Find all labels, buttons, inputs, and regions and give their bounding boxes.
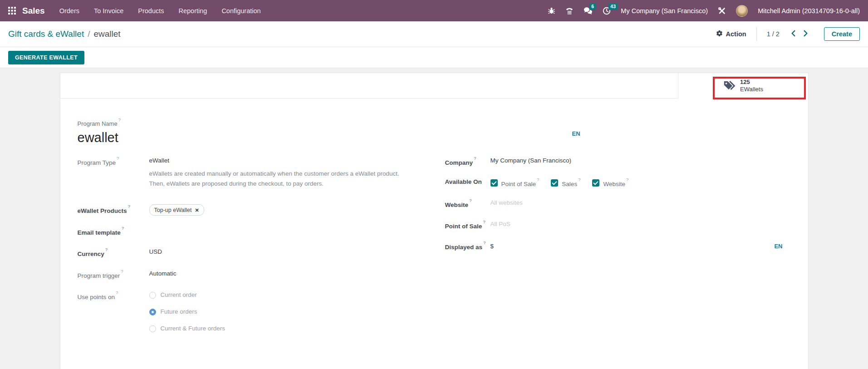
checkbox-checked[interactable] [551,179,558,187]
form-sheet: 125 EWallets Program Name? ewallet EN Pr [60,73,809,369]
product-tag[interactable]: Top-up eWallet ✕ [149,204,204,216]
translate-badge[interactable]: EN [572,130,580,137]
company-value[interactable]: My Company (San Francisco) [490,156,572,167]
email-template-row: Email template? [78,226,445,237]
help-marker[interactable]: ? [469,198,472,203]
breadcrumb-separator: / [88,29,90,39]
chevron-right-icon [803,30,809,39]
program-name-value[interactable]: ewallet [78,130,791,145]
activities-count-badge: 43 [608,3,618,10]
radio-label: Future orders [161,307,197,316]
breadcrumb-current: ewallet [93,29,120,39]
help-marker[interactable]: ? [483,240,486,245]
use-points-label: Use points on [78,294,115,300]
checkbox-label: Sales [562,180,577,187]
action-menu-button[interactable]: Action [716,30,746,38]
help-marker[interactable]: ? [474,156,476,161]
company-switcher[interactable]: My Company (San Francisco) [621,7,708,15]
help-marker[interactable]: ? [118,117,121,122]
menu-to-invoice[interactable]: To Invoice [94,7,123,15]
point-of-sale-label: Point of Sale [445,222,482,229]
help-marker[interactable]: ? [122,226,124,231]
generate-ewallet-button[interactable]: GENERATE EWALLET [8,51,84,64]
apps-grid-icon[interactable] [8,7,16,15]
pager-count: 1 / 2 [767,30,780,38]
available-on-options: Point of Sale? Sales? Website? [490,177,641,189]
form-left-column: Program Type? eWallet eWallets are creat… [78,156,445,351]
program-type-label: Program Type [78,159,116,166]
radio-option-current-future-orders: Current & Future orders [149,324,226,333]
radio-button[interactable] [149,292,156,299]
mobile-keypad-icon[interactable] [565,7,574,15]
create-button[interactable]: Create [824,27,860,41]
help-marker[interactable]: ? [537,177,539,182]
tags-icon [723,79,735,93]
website-row: Website? All websites [445,198,791,210]
user-avatar[interactable] [736,5,748,17]
radio-button[interactable] [149,325,156,332]
program-trigger-value[interactable]: Automatic [149,269,177,280]
available-on-row: Available On Point of Sale? Sales? [445,177,791,189]
program-type-description-2: Then, eWallets are proposed during the c… [149,179,399,189]
top-navbar: Sales Orders To Invoice Products Reporti… [0,0,868,21]
gear-icon [716,30,723,38]
checkbox-label: Website [603,180,625,187]
help-marker[interactable]: ? [116,290,118,295]
program-trigger-row: Program trigger? Automatic [78,269,445,280]
currency-value[interactable]: USD [149,247,162,259]
app-name[interactable]: Sales [22,6,45,16]
currency-label: Currency [78,251,104,257]
breadcrumb: Gift cards & eWallet / ewallet [8,29,121,39]
breadcrumb-parent-link[interactable]: Gift cards & eWallet [8,29,84,39]
main-menu: Orders To Invoice Products Reporting Con… [59,7,261,15]
program-type-value[interactable]: eWallet [149,156,399,165]
activities-clock-icon[interactable]: 43 [603,7,611,15]
help-marker[interactable]: ? [128,204,131,209]
pager-previous-button[interactable] [787,28,799,40]
radio-button-checked[interactable] [149,309,156,315]
help-marker[interactable]: ? [117,156,119,161]
website-label: Website [445,202,469,208]
point-of-sale-value-placeholder[interactable]: All PoS [490,220,510,231]
checkbox-point-of-sale: Point of Sale? [490,177,539,189]
messages-icon[interactable]: 6 [584,7,593,15]
program-type-description-1: eWallets are created manually or automat… [149,169,399,179]
help-marker[interactable]: ? [105,247,108,252]
checkbox-website: Website? [592,177,628,189]
pager-next-button[interactable] [799,28,812,40]
translate-badge[interactable]: EN [774,242,782,251]
checkbox-checked[interactable] [592,179,599,187]
stat-button-bar: 125 EWallets [60,73,808,98]
control-panel: Gift cards & eWallet / ewallet Action 1 … [0,21,868,47]
help-marker[interactable]: ? [626,177,628,182]
website-value-placeholder[interactable]: All websites [490,198,523,210]
company-row: Company? My Company (San Francisco) [445,156,791,167]
program-trigger-label: Program trigger [78,272,120,279]
bug-icon[interactable] [548,7,555,15]
menu-orders[interactable]: Orders [59,7,79,15]
help-marker[interactable]: ? [578,177,580,182]
help-marker[interactable]: ? [121,269,123,274]
program-name-block: Program Name? ewallet EN [78,119,791,145]
stat-value: 125 [740,79,763,86]
messages-count-badge: 6 [589,3,596,10]
ewallets-stat-button[interactable]: 125 EWallets [678,73,808,98]
menu-configuration[interactable]: Configuration [221,7,260,15]
available-on-label: Available On [445,177,490,189]
radio-option-future-orders: Future orders [149,307,226,316]
tools-icon[interactable] [718,7,726,15]
radio-label: Current & Future orders [161,324,226,333]
remove-tag-icon[interactable]: ✕ [195,206,199,215]
ewallet-products-label: eWallet Products [78,207,127,214]
menu-products[interactable]: Products [138,7,164,15]
checkbox-checked[interactable] [490,179,498,187]
menu-reporting[interactable]: Reporting [179,7,207,15]
user-menu[interactable]: Mitchell Admin (20314709-16-0-all) [758,7,860,15]
help-marker[interactable]: ? [483,219,485,224]
form-statusbar: GENERATE EWALLET [0,47,868,68]
product-tag-label: Top-up eWallet [154,206,192,215]
stat-label: EWallets [740,86,763,93]
displayed-as-label: Displayed as [445,244,483,251]
displayed-as-value[interactable]: $ [490,242,494,251]
form-body: Program Name? ewallet EN Program Type? e… [60,98,808,369]
